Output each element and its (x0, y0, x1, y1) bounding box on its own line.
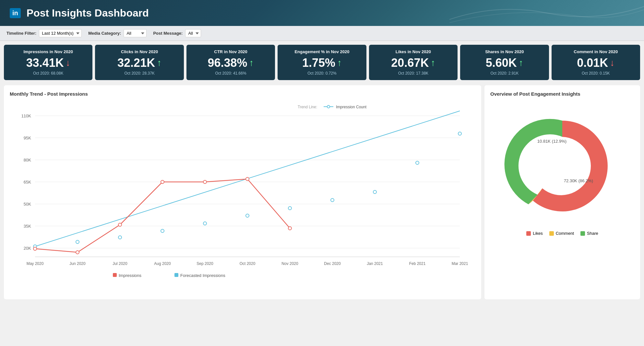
kpi-number: 1.75% (302, 56, 335, 70)
svg-text:Feb 2021: Feb 2021 (409, 261, 426, 266)
donut-chart-panel: Overview of Post Engagement Insights (484, 85, 640, 299)
media-filter-group: Media Category: All Image Video (88, 29, 147, 37)
donut-chart-title: Overview of Post Engagement Insights (490, 91, 634, 97)
kpi-title: Impressions in Nov 2020 (23, 49, 73, 54)
header: in Post Insights Dashboard (0, 0, 644, 26)
legend-likes: Likes (526, 231, 543, 236)
kpi-title: Clicks in Nov 2020 (121, 49, 158, 54)
arrow-up-icon: ↑ (249, 58, 254, 68)
svg-point-33 (288, 207, 292, 210)
svg-text:50K: 50K (24, 202, 31, 207)
svg-text:Forecasted Impressions: Forecasted Impressions (180, 273, 225, 278)
kpi-prev: Oct 2020: 2.91K (490, 71, 519, 76)
arrow-up-icon: ↑ (157, 58, 161, 68)
message-filter-group: Post Message: All (153, 29, 201, 37)
comment-color (549, 231, 554, 236)
svg-point-34 (331, 198, 334, 202)
message-select[interactable]: All (185, 29, 201, 37)
svg-point-36 (416, 161, 419, 164)
likes-label: Likes (533, 231, 543, 236)
arrow-up-icon: ↑ (519, 58, 523, 68)
kpi-title: Engagement % in Nov 2020 (294, 49, 349, 54)
kpi-card: Likes in Nov 2020 20.67K ↑ Oct 2020: 17.… (369, 45, 458, 80)
svg-point-28 (76, 240, 79, 244)
kpi-value: 5.60K ↑ (486, 56, 523, 70)
svg-text:110K: 110K (21, 113, 31, 118)
svg-text:Jun 2020: Jun 2020 (69, 261, 86, 266)
kpi-value: 33.41K ↓ (26, 56, 70, 70)
svg-point-42 (203, 180, 207, 184)
likes-color (526, 231, 531, 236)
svg-point-29 (118, 236, 122, 239)
kpi-card: Comment in Nov 2020 0.01K ↓ Oct 2020: 0.… (552, 45, 640, 80)
kpi-value: 32.21K ↑ (117, 56, 161, 70)
share-color (580, 231, 585, 236)
comment-label: Comment (556, 231, 574, 236)
svg-point-53 (534, 137, 591, 195)
svg-point-41 (161, 180, 164, 184)
svg-point-35 (373, 190, 376, 194)
arrow-up-icon: ↑ (431, 58, 435, 68)
line-chart-panel: Monthly Trend - Post Impressions 110K 95… (4, 85, 481, 299)
media-label: Media Category: (88, 31, 121, 36)
kpi-title: Likes in Nov 2020 (396, 49, 431, 54)
svg-point-31 (203, 222, 207, 225)
svg-text:95K: 95K (24, 136, 31, 140)
line-chart-title: Monthly Trend - Post Impressions (10, 91, 475, 97)
svg-point-32 (246, 214, 249, 217)
svg-text:Dec 2020: Dec 2020 (324, 261, 341, 266)
kpi-number: 0.01K (577, 56, 608, 70)
kpi-number: 5.60K (486, 56, 517, 70)
kpi-row: Impressions in Nov 2020 33.41K ↓ Oct 202… (0, 41, 644, 83)
arrow-up-icon: ↑ (337, 58, 342, 68)
svg-point-44 (288, 227, 292, 230)
svg-text:Mar 2021: Mar 2021 (452, 261, 468, 266)
kpi-prev: Oct 2020: 0.15K (582, 71, 610, 76)
kpi-card: Impressions in Nov 2020 33.41K ↓ Oct 202… (4, 45, 92, 80)
svg-text:Trend Line:: Trend Line: (298, 105, 317, 109)
svg-point-43 (246, 177, 249, 181)
svg-point-47 (327, 105, 330, 108)
kpi-value: 1.75% ↑ (302, 56, 342, 70)
svg-point-30 (161, 229, 164, 233)
kpi-number: 32.21K (117, 56, 155, 70)
svg-text:May 2020: May 2020 (27, 261, 44, 266)
kpi-prev: Oct 2020: 0.72% (307, 71, 336, 76)
timeline-filter-group: Timeline Filter: Last 12 Month(s) Last 6… (6, 29, 82, 37)
kpi-title: Comment in Nov 2020 (574, 49, 618, 54)
timeline-label: Timeline Filter: (6, 31, 36, 36)
kpi-prev: Oct 2020: 68.08K (33, 71, 63, 76)
kpi-value: 0.01K ↓ (577, 56, 614, 70)
svg-text:Impressions: Impressions (119, 273, 142, 278)
kpi-number: 20.67K (391, 56, 429, 70)
arrow-down-icon: ↓ (66, 58, 70, 68)
donut-container: 72.30K (86.2%) 10.81K (12.9%) Likes Comm… (490, 101, 634, 236)
kpi-card: CTR in Nov 2020 96.38% ↑ Oct 2020: 41.66… (186, 45, 275, 80)
dashboard-title: Post Insights Dashboard (27, 7, 149, 19)
svg-text:65K: 65K (24, 180, 31, 185)
kpi-prev: Oct 2020: 28.37K (124, 71, 154, 76)
kpi-number: 33.41K (26, 56, 64, 70)
kpi-card: Engagement % in Nov 2020 1.75% ↑ Oct 202… (278, 45, 366, 80)
svg-rect-49 (113, 273, 117, 277)
legend-comment: Comment (549, 231, 574, 236)
svg-text:Impression Count: Impression Count (336, 105, 367, 109)
media-select[interactable]: All Image Video (124, 29, 147, 37)
svg-text:10.81K (12.9%): 10.81K (12.9%) (537, 139, 566, 144)
svg-text:80K: 80K (24, 158, 31, 162)
svg-text:Oct 2020: Oct 2020 (240, 261, 256, 266)
line-chart-container: 110K 95K 80K 65K 50K 35K 20K (10, 101, 475, 283)
legend-share: Share (580, 231, 598, 236)
timeline-select[interactable]: Last 12 Month(s) Last 6 Month(s) Last 3 … (39, 29, 82, 37)
svg-point-40 (118, 223, 122, 226)
kpi-value: 96.38% ↑ (208, 56, 254, 70)
svg-text:Sep 2020: Sep 2020 (197, 261, 213, 266)
kpi-number: 96.38% (208, 56, 247, 70)
svg-point-37 (458, 132, 461, 135)
share-label: Share (587, 231, 598, 236)
donut-svg: 72.30K (86.2%) 10.81K (12.9%) (504, 108, 621, 224)
svg-text:35K: 35K (24, 224, 31, 229)
message-label: Post Message: (153, 31, 183, 36)
kpi-value: 20.67K ↑ (391, 56, 435, 70)
svg-text:Jan 2021: Jan 2021 (367, 261, 383, 266)
